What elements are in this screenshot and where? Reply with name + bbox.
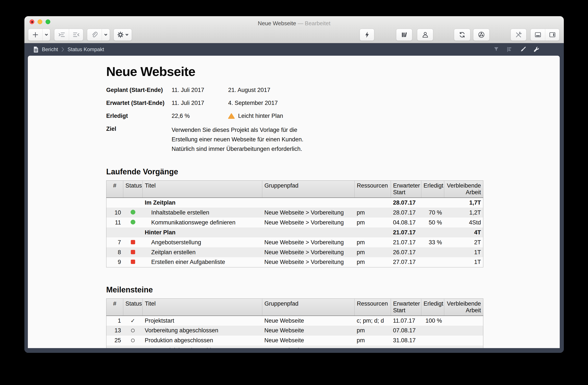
column-header-done: Erledigt [421,299,444,316]
actions-menu-button[interactable] [114,29,132,41]
cell-status [123,227,143,237]
lightning-button[interactable] [360,29,374,41]
column-header-title: Titel [143,299,262,316]
cell-num: 8 [106,247,123,257]
table-row: 9Erstellen einer AufgabenlisteNeue Webse… [106,257,483,267]
cell-start: 31.08.17 [391,336,421,345]
cell-work: 4Std [444,218,483,227]
cell-status [123,237,143,247]
summary-label: Erwartet (Start-Ende) [106,99,172,107]
cell-resources: pm [355,326,391,336]
green-dot-icon [131,220,135,224]
paperclip-icon [91,31,98,39]
add-task-button[interactable] [28,29,42,41]
lightning-icon [363,31,371,39]
cell-num: 11 [106,218,123,227]
cell-resources: pm [355,237,391,247]
chevron-down-icon [125,33,129,37]
open-circle-icon [131,339,135,342]
column-header-start: Erwarteter Start [391,181,421,198]
network-globe-icon [478,31,485,39]
attach-button[interactable] [87,29,102,41]
column-header-status: Status [123,181,143,198]
brush-icon [520,46,526,53]
summary-label: Erledigt [106,112,172,120]
network-button[interactable] [473,29,490,41]
cell-resources: pm [355,257,391,267]
toggle-bottom-panel-button[interactable] [531,29,545,41]
cell-path: Neue Webseite > Vorbereitung [262,247,355,257]
cell-done [421,336,444,345]
filter-button[interactable] [490,46,503,53]
page-title: Neue Webseite [106,65,560,79]
panel-bottom-icon [534,31,542,39]
breadcrumb-section[interactable]: Bericht [42,46,58,52]
cell-resources [355,198,391,208]
attach-menu-button[interactable] [102,29,110,41]
table-row: 13Vorbereitung abgeschlossenNeue Webseit… [106,326,483,336]
section-heading-active-tasks: Laufende Vorgänge [106,167,560,176]
tools-button[interactable] [510,29,526,41]
open-circle-icon [131,329,135,332]
add-task-menu-button[interactable] [42,29,50,41]
column-header-title: Titel [143,181,262,198]
chevron-right-icon [61,47,64,52]
warning-triangle-icon [228,113,235,119]
report-page: Neue Webseite Geplant (Start-Ende) 11. J… [28,56,560,348]
cell-num [106,198,123,208]
cell-path [262,227,355,237]
cell-path: Neue Webseite > Vorbereitung [262,218,355,227]
column-header-work: Verbleibende Arbeit [444,299,483,316]
crossed-tools-icon [515,31,522,39]
toggle-right-panel-button[interactable] [545,29,559,41]
cell-start: 28.07.17 [391,198,421,208]
cell-path [262,198,355,208]
cell-path: Neue Webseite > Vorbereitung [262,237,355,247]
style-brush-button[interactable] [516,46,530,53]
sync-button[interactable] [454,29,470,41]
plus-icon [32,31,39,39]
red-square-icon [131,240,135,244]
outline-button[interactable] [503,46,516,53]
outdent-button[interactable] [69,29,83,41]
column-header-path: Gruppenpfad [262,181,355,198]
cell-done: 33 % [421,237,444,247]
indent-button[interactable] [54,29,69,41]
cell-resources [355,227,391,237]
table-row: 30Post-Produktion abgeschlossenNeue Webs… [106,345,483,348]
cell-work [444,336,483,345]
cell-path: Neue Webseite > Vorbereitung [262,208,355,218]
cell-path: Neue Webseite [262,336,355,345]
expected-end: 4. September 2017 [228,99,560,107]
cell-num: 30 [106,345,123,348]
cell-path: Neue Webseite [262,316,355,326]
cell-resources: pm [355,336,391,345]
table-row: 10Inhaltstabelle erstellenNeue Webseite … [106,208,483,218]
chevron-down-icon [104,33,108,37]
milestones-table: #StatusTitelGruppenpfadRessourcenErwarte… [106,299,483,348]
add-task-button-group [28,29,50,41]
person-icon [421,31,429,39]
cell-start: 27.07.17 [391,257,421,267]
report-view: Neue Webseite Geplant (Start-Ende) 11. J… [24,56,564,353]
breadcrumb-page[interactable]: Status Kompakt [67,46,104,52]
cell-num: 13 [106,326,123,336]
indent-icon [58,31,65,39]
attach-button-group [87,29,110,41]
library-button[interactable] [396,29,412,41]
column-header-work: Verbleibende Arbeit [444,181,483,198]
panel-right-icon [549,31,556,39]
column-header-path: Gruppenpfad [262,299,355,316]
settings-wrench-button[interactable] [530,46,543,53]
cell-done [421,198,444,208]
cell-num: 7 [106,237,123,247]
person-button[interactable] [417,29,433,41]
app-window: Neue Webseite — Bearbeitet [24,16,564,353]
cell-done: 70 % [421,208,444,218]
cell-work: 1,2T [444,208,483,218]
cell-title: Angebotserstellung [143,237,262,247]
cell-title: Post-Produktion abgeschlossen [143,345,262,348]
red-square-icon [131,260,135,264]
column-header-resources: Ressourcen [355,299,391,316]
column-header-status: Status [123,299,143,316]
